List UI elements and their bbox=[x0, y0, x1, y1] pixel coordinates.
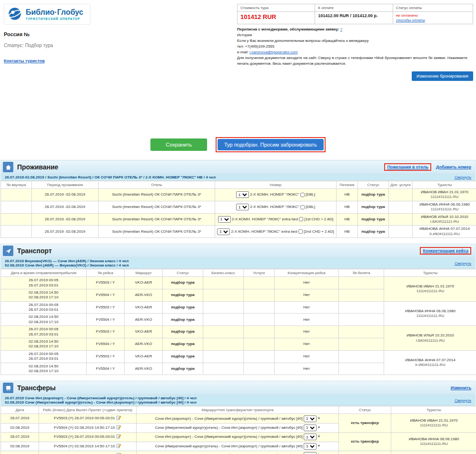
hotel-wishes-highlight: Пожелания в отель bbox=[384, 163, 431, 171]
edit-transfers-link[interactable]: Изменить bbox=[451, 385, 471, 390]
edit-icon[interactable] bbox=[116, 415, 121, 422]
transfer-qty-select[interactable]: 1 bbox=[304, 443, 317, 450]
help-link[interactable]: ? bbox=[340, 27, 342, 31]
room-checkbox[interactable] bbox=[298, 229, 303, 234]
tourist-cell: ИВАНОВ ИВАН 21.01.19701111#111111-RU bbox=[413, 189, 476, 201]
book-tour-button[interactable]: Тур подобран. Просим забронировать bbox=[218, 139, 324, 150]
section-title-transfers: Трансферы bbox=[17, 384, 56, 392]
transfer-flight-cell: FV5503 (Y) 26.07.2019 00:05-03:01 bbox=[39, 414, 137, 423]
payment-methods-link[interactable]: способы оплаты bbox=[396, 18, 425, 22]
tour-cost-value: 101412 RUR bbox=[238, 12, 315, 24]
tourist-cell: ИВАНОВ ИВАН 21.01.19701111#111111-RU bbox=[391, 414, 476, 433]
save-button[interactable]: Сохранить bbox=[150, 138, 207, 151]
plane-icon bbox=[3, 246, 13, 256]
manager-info: Переписка с менеджерами, обслуживающими … bbox=[237, 27, 473, 67]
transfer-route-cell: Сочи Инт.(аэропорт) - Сочи (Имеретинский… bbox=[137, 451, 339, 454]
order-country: Россия № bbox=[4, 31, 232, 37]
table-row: 26.07.2019 00:0526.07.2019 03:01 FV5503 … bbox=[1, 301, 476, 314]
room-checkbox[interactable] bbox=[300, 193, 305, 197]
tourist-cell: ИВАНОВ ИВАН 21.01.19701111#111111-RU bbox=[384, 277, 476, 302]
edit-icon[interactable] bbox=[116, 424, 121, 431]
book-button-highlight: Тур подобран. Просим забронировать bbox=[216, 137, 326, 152]
voucher-cell bbox=[1, 189, 32, 201]
flight-datetime: 02.08.2019 14:5002.08.2019 17:10 bbox=[1, 363, 87, 375]
transfer-route-cell: Сочи Инт.(аэропорт) - Сочи (Имеретинский… bbox=[137, 414, 339, 423]
page-header: Библио·Глобус ТУРИСТИЧЕСКИЙ ОПЕРАТОР Рос… bbox=[0, 0, 476, 81]
transfer-flight-cell: FV5503 (Y) 26.07.2019 00:05-03:01 bbox=[39, 451, 137, 454]
transfer-route-cell: Сочи Инт.(аэропорт) - Сочи (Имеретинский… bbox=[137, 433, 339, 442]
edit-icon[interactable] bbox=[116, 434, 121, 440]
brand-name: Библио·Глобус bbox=[26, 9, 83, 16]
add-transfer-button[interactable]: + bbox=[317, 444, 320, 448]
house-icon bbox=[3, 162, 13, 172]
tourist-cell: ИВАНОВА ИННА 06.06.19801111#111111-RU bbox=[413, 201, 476, 213]
section-title-accommodation: Проживание bbox=[17, 163, 59, 171]
payment-status-value: не оплачено bbox=[396, 13, 470, 18]
collapse-transfers-link[interactable]: Свернуть bbox=[455, 398, 471, 403]
section-transfers: Трансферы Изменить 26.07.2019 Сочи Инт.(… bbox=[0, 381, 476, 454]
add-room-link[interactable]: Добавить номер bbox=[436, 165, 471, 169]
room-qty-select[interactable]: 1 bbox=[218, 216, 231, 223]
table-row: 26.07.2019 -02.08.2019 Sochi (Imeretian … bbox=[1, 226, 476, 238]
room-checkbox[interactable] bbox=[299, 217, 303, 221]
manager-email-link[interactable]: i.paronova@bgoperator.com bbox=[249, 50, 298, 54]
room-cell: 1 2-Х КОМН. НОМЕР "ЛЮКС" extra bed [1st … bbox=[215, 213, 337, 226]
transfer-qty-select[interactable]: 1 bbox=[304, 415, 317, 422]
collapse-transport-link[interactable]: Свернуть bbox=[455, 261, 471, 266]
flight-datetime: 02.08.2019 14:5002.08.2019 17:10 bbox=[1, 314, 87, 326]
collapse-accommodation-link[interactable]: Свернуть bbox=[455, 175, 471, 179]
brand-tagline: ТУРИСТИЧЕСКИЙ ОПЕРАТОР bbox=[26, 17, 83, 20]
transfer-route-cell: Сочи (Имеретинский курорт)(отель) - Сочи… bbox=[137, 442, 339, 451]
room-cell: 1 2-Х КОМН. НОМЕР "ЛЮКС" [DBL] bbox=[215, 189, 337, 201]
hotel-wishes-link[interactable]: Пожелания в отель bbox=[387, 165, 428, 169]
globe-logo-icon bbox=[7, 6, 22, 22]
transfers-table: Дата Рейс (Класс) Дата Вылет-Прилет (+сд… bbox=[0, 406, 476, 454]
table-row: 26.07.2019 FV5503 (Y) 26.07.2019 00:05-0… bbox=[1, 433, 476, 442]
transfer-qty-select[interactable]: 1 bbox=[304, 434, 317, 440]
transfer-qty-select[interactable]: 1 bbox=[304, 452, 317, 454]
room-cell: 1 2-Х КОМН. НОМЕР "ЛЮКС" [DBL] bbox=[215, 201, 337, 213]
cost-col-header: Стоимость тура bbox=[238, 4, 315, 12]
cost-table: Стоимость тура К оплате Статус оплаты 10… bbox=[237, 4, 473, 24]
transfer-flight-cell: FV5504 (Y) 02.08.2019 14:50-17:10 bbox=[39, 423, 137, 432]
tourist-cell: ИВАНОВА ИННА 06.06.19801111#111111-RU bbox=[391, 433, 476, 451]
edit-icon[interactable] bbox=[116, 452, 121, 454]
section-title-transport: Транспорт bbox=[17, 247, 52, 255]
flight-concretization-link[interactable]: Конкретизация рейса bbox=[423, 248, 468, 253]
tourist-cell: ИВАНОВА ИННА 06.06.19801111#111111-RU bbox=[384, 301, 476, 326]
room-qty-select[interactable]: 1 bbox=[236, 191, 249, 198]
extra-services-cell bbox=[389, 189, 413, 201]
transfer-route-cell: Сочи (Имеретинский курорт)(отель) - Сочи… bbox=[137, 423, 339, 432]
change-booking-button[interactable]: Изменение бронирования bbox=[412, 71, 473, 81]
tourist-cell: ИВАНОВА АННА 07.07.2014II-ИЮ#111111-RU bbox=[384, 350, 476, 375]
transport-subtitle: 26.07.2019 Внуково(VKO) — Сочи Инт.(AER)… bbox=[5, 259, 129, 267]
history-label: История bbox=[237, 32, 473, 38]
brand-logo: Библио·Глобус ТУРИСТИЧЕСКИЙ ОПЕРАТОР bbox=[4, 4, 90, 25]
section-accommodation: Проживание Пожелания в отель Добавить но… bbox=[0, 160, 476, 238]
to-pay-value: 101412.00 RUR / 101412.00 р. bbox=[315, 12, 393, 24]
tourist-contacts-link[interactable]: Контакты туристов bbox=[4, 59, 45, 63]
room-checkbox[interactable] bbox=[300, 205, 305, 209]
table-row: 26.07.2019 -02.08.2019 Sochi (Imeretian … bbox=[1, 201, 476, 213]
flight-datetime: 26.07.2019 00:0526.07.2019 03:01 bbox=[1, 277, 87, 289]
bus-icon bbox=[3, 383, 13, 393]
table-row: 26.07.2019 00:0526.07.2019 03:01 FV5503 … bbox=[1, 326, 476, 338]
table-row: 26.07.2019 FV5503 (Y) 26.07.2019 00:05-0… bbox=[1, 414, 476, 423]
transfer-qty-select[interactable]: 1 bbox=[304, 424, 317, 431]
tourist-cell: ИВАНОВ ИЛЬЯ 10.10.2010I-БЮ#111111-RU bbox=[413, 213, 476, 226]
order-status: Статус: Подбор тура bbox=[4, 43, 232, 48]
room-cell: 1 2-Х КОМН. НОМЕР "ЛЮКС" extra bed [2nd … bbox=[215, 226, 337, 238]
edit-icon[interactable] bbox=[116, 443, 121, 450]
room-qty-select[interactable]: 1 bbox=[236, 204, 249, 210]
accommodation-subtitle: 26.07.2019-02.08.2019 / Sochi (Imeretian… bbox=[5, 175, 216, 179]
add-transfer-button[interactable]: + bbox=[317, 434, 320, 439]
flight-datetime: 26.07.2019 00:0526.07.2019 03:01 bbox=[1, 326, 87, 338]
table-row: 26.07.2019 -02.08.2019 Sochi (Imeretian … bbox=[1, 189, 476, 201]
add-transfer-button[interactable]: + bbox=[317, 416, 320, 421]
flight-concretization-highlight: Конкретизация рейса bbox=[420, 247, 471, 255]
room-qty-select[interactable]: 1 bbox=[217, 228, 230, 235]
tourist-cell: ИВАНОВ ИЛЬЯ 10.10.2010I-БЮ#111111-RU bbox=[391, 451, 476, 454]
tourist-cell: ИВАНОВА АННА 07.07.2014II-ИЮ#111111-RU bbox=[413, 226, 476, 238]
add-transfer-button[interactable]: + bbox=[317, 425, 320, 430]
table-row: 26.07.2019 00:0526.07.2019 03:01 FV5503 … bbox=[1, 350, 476, 363]
